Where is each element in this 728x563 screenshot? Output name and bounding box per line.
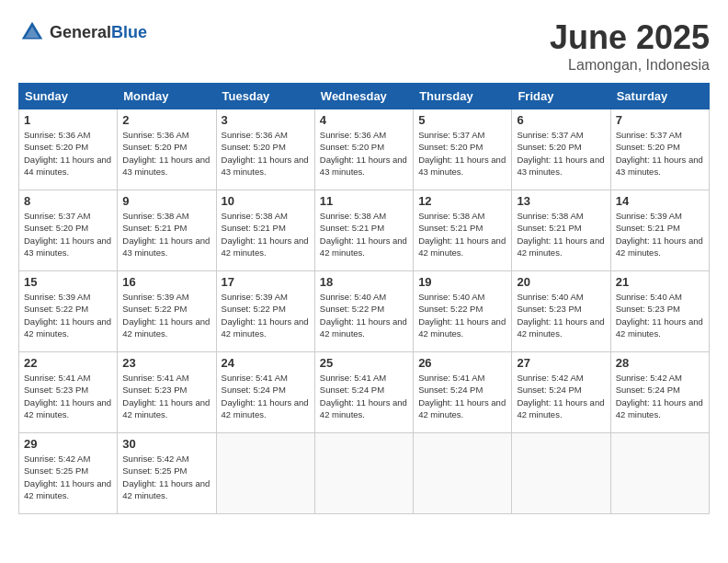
day-number: 8 xyxy=(24,194,112,208)
day-info: Sunrise: 5:39 AMSunset: 5:21 PMDaylight:… xyxy=(616,210,704,259)
logo-general: General xyxy=(50,23,111,41)
day-number: 27 xyxy=(517,356,605,370)
day-info: Sunrise: 5:40 AMSunset: 5:23 PMDaylight:… xyxy=(616,291,704,339)
day-number: 10 xyxy=(222,194,310,208)
day-info: Sunrise: 5:39 AMSunset: 5:22 PMDaylight:… xyxy=(222,291,310,339)
calendar-day-15: 15 Sunrise: 5:39 AMSunset: 5:22 PMDaylig… xyxy=(19,271,118,352)
page-header: GeneralBlue June 2025 Lamongan, Indonesi… xyxy=(18,18,710,74)
calendar-day-0 xyxy=(314,433,413,514)
day-info: Sunrise: 5:39 AMSunset: 5:22 PMDaylight:… xyxy=(24,291,112,339)
header-saturday: Saturday xyxy=(610,84,709,109)
day-number: 29 xyxy=(24,437,112,451)
day-info: Sunrise: 5:36 AMSunset: 5:20 PMDaylight:… xyxy=(122,129,210,178)
day-info: Sunrise: 5:38 AMSunset: 5:21 PMDaylight:… xyxy=(517,210,605,259)
day-info: Sunrise: 5:36 AMSunset: 5:20 PMDaylight:… xyxy=(222,129,310,178)
calendar-day-25: 25 Sunrise: 5:41 AMSunset: 5:24 PMDaylig… xyxy=(314,352,413,433)
calendar-day-0 xyxy=(610,433,709,514)
day-number: 17 xyxy=(222,275,310,289)
day-number: 6 xyxy=(517,113,605,127)
day-info: Sunrise: 5:40 AMSunset: 5:22 PMDaylight:… xyxy=(418,291,506,339)
calendar-day-22: 22 Sunrise: 5:41 AMSunset: 5:23 PMDaylig… xyxy=(19,352,118,433)
title-area: June 2025 Lamongan, Indonesia xyxy=(550,18,710,74)
day-info: Sunrise: 5:37 AMSunset: 5:20 PMDaylight:… xyxy=(517,129,605,178)
logo-blue: Blue xyxy=(111,23,147,41)
day-number: 13 xyxy=(517,194,605,208)
header-monday: Monday xyxy=(118,84,216,109)
day-info: Sunrise: 5:36 AMSunset: 5:20 PMDaylight:… xyxy=(320,129,408,178)
day-number: 15 xyxy=(24,275,112,289)
day-number: 7 xyxy=(616,113,704,127)
day-info: Sunrise: 5:38 AMSunset: 5:21 PMDaylight:… xyxy=(418,210,506,259)
calendar-day-0 xyxy=(414,433,512,514)
calendar-day-9: 9 Sunrise: 5:38 AMSunset: 5:21 PMDayligh… xyxy=(118,190,216,271)
day-number: 26 xyxy=(418,356,506,370)
day-info: Sunrise: 5:41 AMSunset: 5:24 PMDaylight:… xyxy=(320,372,408,420)
day-info: Sunrise: 5:42 AMSunset: 5:25 PMDaylight:… xyxy=(24,453,112,501)
calendar-day-17: 17 Sunrise: 5:39 AMSunset: 5:22 PMDaylig… xyxy=(216,271,314,352)
day-info: Sunrise: 5:41 AMSunset: 5:24 PMDaylight:… xyxy=(418,372,506,420)
weekday-header-row: Sunday Monday Tuesday Wednesday Thursday… xyxy=(19,84,710,109)
day-info: Sunrise: 5:38 AMSunset: 5:21 PMDaylight:… xyxy=(320,210,408,259)
calendar-day-5: 5 Sunrise: 5:37 AMSunset: 5:20 PMDayligh… xyxy=(414,109,512,190)
calendar-day-7: 7 Sunrise: 5:37 AMSunset: 5:20 PMDayligh… xyxy=(610,109,709,190)
day-number: 24 xyxy=(222,356,310,370)
day-number: 14 xyxy=(616,194,704,208)
header-wednesday: Wednesday xyxy=(314,84,413,109)
day-info: Sunrise: 5:41 AMSunset: 5:24 PMDaylight:… xyxy=(222,372,310,420)
day-info: Sunrise: 5:42 AMSunset: 5:24 PMDaylight:… xyxy=(517,372,605,420)
calendar-day-16: 16 Sunrise: 5:39 AMSunset: 5:22 PMDaylig… xyxy=(118,271,216,352)
week-row: 8 Sunrise: 5:37 AMSunset: 5:20 PMDayligh… xyxy=(19,190,710,271)
day-info: Sunrise: 5:41 AMSunset: 5:23 PMDaylight:… xyxy=(24,372,112,420)
day-number: 12 xyxy=(418,194,506,208)
calendar-day-19: 19 Sunrise: 5:40 AMSunset: 5:22 PMDaylig… xyxy=(414,271,512,352)
day-info: Sunrise: 5:37 AMSunset: 5:20 PMDaylight:… xyxy=(24,210,112,259)
logo: GeneralBlue xyxy=(18,18,147,46)
day-number: 11 xyxy=(320,194,408,208)
logo-icon xyxy=(18,18,46,46)
calendar-day-12: 12 Sunrise: 5:38 AMSunset: 5:21 PMDaylig… xyxy=(414,190,512,271)
day-info: Sunrise: 5:40 AMSunset: 5:22 PMDaylight:… xyxy=(320,291,408,339)
calendar-day-29: 29 Sunrise: 5:42 AMSunset: 5:25 PMDaylig… xyxy=(19,433,118,514)
calendar-day-23: 23 Sunrise: 5:41 AMSunset: 5:23 PMDaylig… xyxy=(118,352,216,433)
day-number: 18 xyxy=(320,275,408,289)
header-friday: Friday xyxy=(512,84,610,109)
calendar-day-10: 10 Sunrise: 5:38 AMSunset: 5:21 PMDaylig… xyxy=(216,190,314,271)
month-title: June 2025 xyxy=(550,18,710,57)
day-number: 22 xyxy=(24,356,112,370)
day-number: 4 xyxy=(320,113,408,127)
day-info: Sunrise: 5:39 AMSunset: 5:22 PMDaylight:… xyxy=(122,291,210,339)
calendar-day-20: 20 Sunrise: 5:40 AMSunset: 5:23 PMDaylig… xyxy=(512,271,610,352)
day-info: Sunrise: 5:36 AMSunset: 5:20 PMDaylight:… xyxy=(24,129,112,178)
calendar-day-18: 18 Sunrise: 5:40 AMSunset: 5:22 PMDaylig… xyxy=(314,271,413,352)
week-row: 15 Sunrise: 5:39 AMSunset: 5:22 PMDaylig… xyxy=(19,271,710,352)
week-row: 29 Sunrise: 5:42 AMSunset: 5:25 PMDaylig… xyxy=(19,433,710,514)
day-info: Sunrise: 5:37 AMSunset: 5:20 PMDaylight:… xyxy=(616,129,704,178)
calendar-day-2: 2 Sunrise: 5:36 AMSunset: 5:20 PMDayligh… xyxy=(118,109,216,190)
day-info: Sunrise: 5:41 AMSunset: 5:23 PMDaylight:… xyxy=(122,372,210,420)
day-number: 1 xyxy=(24,113,112,127)
day-info: Sunrise: 5:42 AMSunset: 5:25 PMDaylight:… xyxy=(122,453,210,501)
day-number: 21 xyxy=(616,275,704,289)
calendar-day-8: 8 Sunrise: 5:37 AMSunset: 5:20 PMDayligh… xyxy=(19,190,118,271)
calendar-day-3: 3 Sunrise: 5:36 AMSunset: 5:20 PMDayligh… xyxy=(216,109,314,190)
day-number: 23 xyxy=(122,356,210,370)
day-info: Sunrise: 5:37 AMSunset: 5:20 PMDaylight:… xyxy=(418,129,506,178)
day-number: 25 xyxy=(320,356,408,370)
day-info: Sunrise: 5:40 AMSunset: 5:23 PMDaylight:… xyxy=(517,291,605,339)
day-number: 16 xyxy=(122,275,210,289)
day-info: Sunrise: 5:38 AMSunset: 5:21 PMDaylight:… xyxy=(122,210,210,259)
calendar-day-30: 30 Sunrise: 5:42 AMSunset: 5:25 PMDaylig… xyxy=(118,433,216,514)
calendar-day-11: 11 Sunrise: 5:38 AMSunset: 5:21 PMDaylig… xyxy=(314,190,413,271)
location-title: Lamongan, Indonesia xyxy=(550,57,710,74)
calendar-day-26: 26 Sunrise: 5:41 AMSunset: 5:24 PMDaylig… xyxy=(414,352,512,433)
day-number: 9 xyxy=(122,194,210,208)
header-tuesday: Tuesday xyxy=(216,84,314,109)
calendar-day-28: 28 Sunrise: 5:42 AMSunset: 5:24 PMDaylig… xyxy=(610,352,709,433)
calendar-day-6: 6 Sunrise: 5:37 AMSunset: 5:20 PMDayligh… xyxy=(512,109,610,190)
calendar-day-21: 21 Sunrise: 5:40 AMSunset: 5:23 PMDaylig… xyxy=(610,271,709,352)
header-thursday: Thursday xyxy=(414,84,512,109)
calendar-day-0 xyxy=(216,433,314,514)
calendar-day-13: 13 Sunrise: 5:38 AMSunset: 5:21 PMDaylig… xyxy=(512,190,610,271)
week-row: 1 Sunrise: 5:36 AMSunset: 5:20 PMDayligh… xyxy=(19,109,710,190)
day-number: 28 xyxy=(616,356,704,370)
